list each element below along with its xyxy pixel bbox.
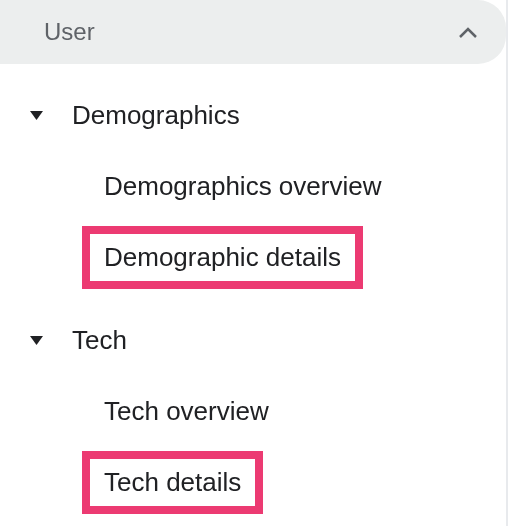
sub-item-label-highlighted: Tech details [82, 451, 263, 514]
tree-item-demographics[interactable]: Demographics [0, 88, 506, 143]
sub-item-tech-overview[interactable]: Tech overview [0, 382, 506, 441]
tree-item-label: Tech [72, 325, 127, 356]
sub-item-tech-details[interactable]: Tech details [0, 441, 506, 524]
tree-item-tech[interactable]: Tech [0, 313, 506, 368]
section-header-user[interactable]: User [0, 0, 506, 64]
sub-item-label-highlighted: Demographic details [82, 226, 363, 289]
sub-item-demographics-overview[interactable]: Demographics overview [0, 157, 506, 216]
tree-item-label: Demographics [72, 100, 240, 131]
section-title: User [44, 18, 95, 46]
sub-item-demographic-details[interactable]: Demographic details [0, 216, 506, 299]
chevron-up-icon [458, 22, 478, 42]
caret-down-icon [28, 108, 44, 124]
caret-down-icon [28, 333, 44, 349]
sub-item-label: Tech overview [104, 396, 269, 427]
sub-item-label: Demographics overview [104, 171, 381, 202]
